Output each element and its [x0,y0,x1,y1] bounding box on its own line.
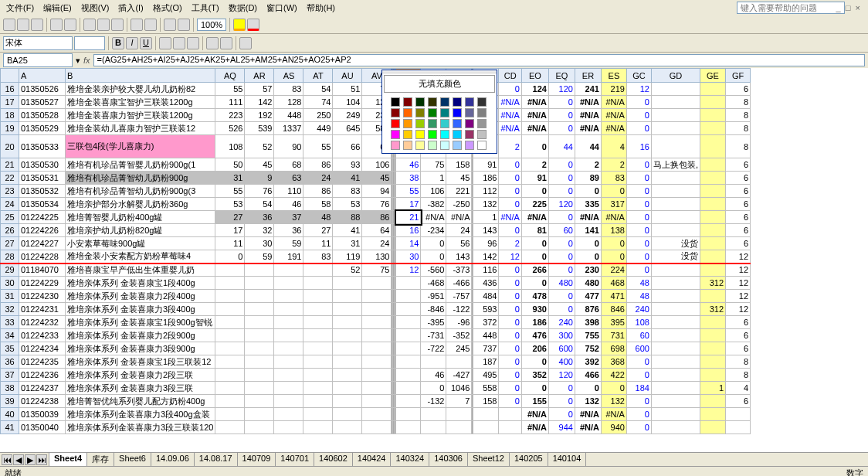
cell[interactable]: 110 [274,185,303,198]
cell[interactable]: 2 [499,237,521,250]
cell[interactable]: 466 [575,369,601,382]
cell[interactable] [362,277,392,290]
color-swatch[interactable] [428,97,437,107]
color-swatch[interactable] [477,97,487,107]
cell[interactable]: 300 [548,329,575,342]
cell[interactable]: 0 [626,122,651,135]
cell[interactable]: 63 [274,172,303,185]
cell[interactable]: -250 [446,198,472,211]
save-icon[interactable] [31,19,43,31]
cell[interactable]: 4 [601,135,626,158]
cell[interactable]: 0 [521,135,548,158]
cell[interactable]: 128 [274,96,303,109]
cell[interactable]: 雅培亲体系列金装喜康力3段三联装120 [66,421,215,434]
cell[interactable]: 96 [473,237,499,250]
row-header[interactable]: 19 [1,122,19,135]
cell[interactable]: 16 [396,224,421,237]
cell[interactable] [245,421,274,434]
cell[interactable]: 雅培亲体系列 金装喜康力3段三联 [66,382,215,395]
cell[interactable]: 130 [362,250,392,264]
cell[interactable] [651,109,700,122]
cell[interactable]: 184 [626,382,651,395]
menu-help[interactable]: 帮助(H) [302,1,340,15]
cell[interactable]: 31 [333,237,362,250]
cell[interactable]: 124 [521,83,548,96]
cell[interactable]: 雅培亲体系列金装喜康力3段400g盒装 [66,408,215,421]
cell[interactable]: 6 [726,185,751,198]
cell[interactable]: 雅培有机珍品菁智幼儿奶粉900g(3 [66,185,215,198]
cell[interactable]: 0 [499,395,521,408]
cell[interactable]: 01224237 [19,382,66,395]
cell[interactable]: 539 [245,122,274,135]
menu-edit[interactable]: 编辑(E) [39,1,76,15]
cell[interactable] [245,316,274,329]
row-header[interactable]: 40 [1,408,19,421]
cell[interactable] [333,355,362,369]
italic-icon[interactable]: I [126,37,138,49]
cell[interactable]: 81 [521,224,548,237]
cell[interactable] [446,421,472,434]
color-swatch[interactable] [391,141,400,150]
cell[interactable]: 0 [601,382,626,395]
cell[interactable]: 0 [499,158,521,172]
cell[interactable] [245,355,274,369]
cell[interactable]: 0 [548,264,575,277]
underline-icon[interactable]: U [140,37,152,49]
color-swatch[interactable] [428,141,437,150]
sheet-tab[interactable]: 140701 [275,453,314,467]
cell[interactable] [245,382,274,395]
cell[interactable] [215,342,245,355]
color-swatch[interactable] [403,119,412,128]
cell[interactable]: #N/A [601,408,626,421]
cell[interactable]: 731 [601,329,626,342]
cell[interactable] [700,211,726,224]
cell[interactable] [362,290,392,303]
cell[interactable]: 雅培有机珍品菁智婴儿奶粉900g(1 [66,158,215,172]
cell[interactable]: #N/A [521,211,548,224]
undo-icon[interactable] [131,19,143,31]
cell[interactable]: 75 [421,158,446,172]
cell[interactable]: 752 [575,342,601,355]
cell[interactable] [651,355,700,369]
cell[interactable] [274,329,303,342]
cell[interactable]: #N/A [575,421,601,434]
cell[interactable]: 0 [626,109,651,122]
cell[interactable]: 86 [303,185,333,198]
cell[interactable]: 1046 [446,382,472,395]
cell[interactable]: 45 [245,158,274,172]
cell[interactable]: #N/A [499,122,521,135]
row-header[interactable]: 17 [1,96,19,109]
cell[interactable]: 60 [548,224,575,237]
cell[interactable]: 57 [245,83,274,96]
cell[interactable]: 484 [473,290,499,303]
cell[interactable]: 0 [499,224,521,237]
cell[interactable] [333,316,362,329]
cut-icon[interactable] [83,19,96,31]
color-swatch[interactable] [453,97,462,107]
cell[interactable] [651,290,700,303]
col-header-AT[interactable]: AT [303,69,333,83]
cell[interactable]: 01350527 [19,96,66,109]
col-header-AR[interactable]: AR [245,69,274,83]
cell[interactable]: 9 [245,172,274,185]
cell[interactable] [303,395,333,408]
cell[interactable]: #N/A [446,211,472,224]
cell[interactable] [396,303,421,316]
cell[interactable]: 0 [421,250,446,264]
cell[interactable]: 395 [601,316,626,329]
sheet-tab[interactable]: 140205 [509,453,548,467]
cell[interactable]: 53 [215,198,245,211]
cell[interactable]: 0 [548,109,575,122]
dropdown-icon[interactable]: ▾ [76,56,80,66]
cell[interactable]: 90 [274,135,303,158]
cell[interactable]: 雅培亲体系列 金装喜康力2段400g [66,290,215,303]
cell[interactable]: 1337 [274,122,303,135]
cell[interactable]: 6 [726,237,751,250]
cell[interactable]: 206 [521,342,548,355]
cell[interactable]: 38 [396,172,421,185]
color-swatch[interactable] [453,108,462,117]
color-swatch[interactable] [403,97,412,107]
cell[interactable]: 55 [303,135,333,158]
cell[interactable] [396,316,421,329]
cell[interactable]: 12 [499,250,521,264]
